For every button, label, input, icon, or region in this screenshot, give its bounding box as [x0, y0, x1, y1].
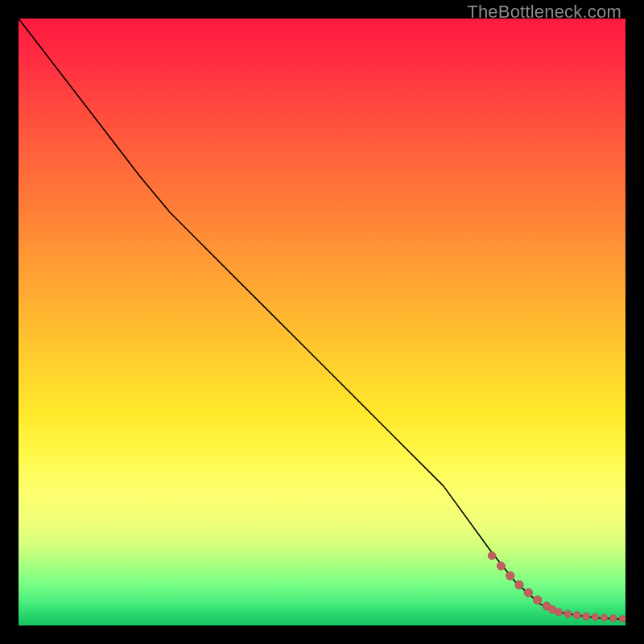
data-point	[524, 588, 532, 597]
data-point	[555, 609, 563, 616]
data-point	[619, 616, 625, 622]
data-point	[488, 552, 496, 560]
data-point	[497, 562, 505, 570]
data-point	[534, 596, 542, 604]
chart-stage: TheBottleneck.com	[0, 0, 644, 644]
data-point	[564, 610, 572, 617]
data-point	[515, 580, 523, 588]
data-point	[573, 612, 580, 619]
chart-overlay	[19, 19, 625, 625]
data-point	[601, 614, 607, 621]
data-point	[506, 572, 514, 580]
chart-plot-area	[19, 19, 625, 625]
data-points-group	[488, 552, 625, 622]
data-point	[592, 613, 598, 620]
bottleneck-curve-line	[19, 19, 625, 620]
data-point	[610, 615, 617, 621]
data-point	[583, 613, 590, 620]
